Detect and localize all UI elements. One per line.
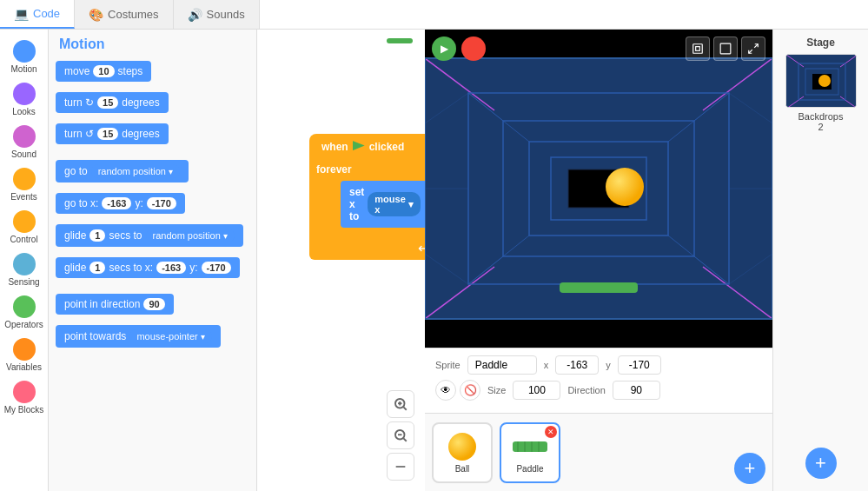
svg-point-40 (448, 433, 476, 461)
script-area[interactable]: when clicked forever set x to mouse x (257, 30, 425, 491)
sidebar-item-control[interactable]: Control (2, 207, 47, 248)
size-input[interactable] (513, 381, 560, 400)
svg-line-39 (749, 50, 752, 53)
looks-circle (13, 83, 36, 105)
stage-panel-title: Stage (806, 36, 835, 49)
sensing-label: Sensing (8, 277, 39, 287)
turn-right-block[interactable]: turn ↻ 15 degrees (56, 92, 169, 113)
hide-button[interactable]: 🚫 (460, 380, 480, 401)
point-towards-block[interactable]: point towards mouse-pointer (56, 325, 221, 348)
categories-sidebar: Motion Looks Sound Events Control Sensin… (0, 30, 49, 491)
scroll-indicator (387, 38, 413, 43)
direction-input[interactable] (613, 381, 660, 400)
sprite-paddle[interactable]: ✕ Paddle (500, 422, 560, 483)
glide-dropdown-block[interactable]: glide 1 secs to random position (56, 224, 243, 247)
sidebar-item-sound[interactable]: Sound (2, 122, 47, 163)
sprite-name-input[interactable] (467, 355, 537, 375)
y-label: y (606, 360, 611, 370)
sidebar-item-motion[interactable]: Motion (2, 36, 47, 77)
smaller-stage-button[interactable] (686, 36, 710, 61)
point-direction-block[interactable]: point in direction 90 (56, 294, 174, 315)
flag-icon (353, 141, 365, 153)
control-circle (13, 210, 36, 233)
events-circle (13, 168, 36, 190)
tab-sounds-label: Sounds (207, 8, 245, 21)
sprite-vis-row: 👁 🚫 Size Direction (435, 380, 762, 401)
size-label: Size (487, 385, 506, 395)
when-clicked-block[interactable]: when clicked (309, 134, 425, 160)
backdrops-info: Backdrops 2 (798, 111, 844, 132)
x-value-input[interactable] (555, 355, 599, 375)
tab-sounds[interactable]: 🔊 Sounds (174, 0, 260, 29)
zoom-in-button[interactable] (387, 390, 414, 418)
add-sprite-button[interactable]: + (734, 453, 765, 484)
sounds-icon: 🔊 (188, 8, 202, 22)
sidebar-item-operators[interactable]: Operators (2, 292, 47, 333)
zoom-controls (387, 390, 414, 481)
sidebar-item-myblocks[interactable]: My Blocks (2, 377, 47, 418)
green-flag-button[interactable]: ▶ (432, 36, 456, 61)
looks-label: Looks (12, 107, 36, 116)
larger-stage-button[interactable] (713, 36, 738, 61)
delete-sprite-button[interactable]: ✕ (545, 426, 557, 438)
set-x-block[interactable]: set x to mouse x (341, 181, 425, 228)
y-value-input[interactable] (618, 355, 661, 375)
glide-dropdown[interactable]: random position (146, 229, 235, 242)
costumes-icon: 🎨 (89, 8, 103, 22)
zoom-fit-button[interactable] (387, 453, 414, 481)
stage-thumb-image (786, 55, 857, 108)
script-blocks: when clicked forever set x to mouse x (309, 134, 425, 260)
blocks-panel: Motion move 10 steps turn ↻ 15 degrees t… (49, 30, 257, 491)
sensing-circle (13, 253, 36, 275)
sidebar-item-looks[interactable]: Looks (2, 79, 47, 120)
sidebar-item-variables[interactable]: Variables (2, 335, 47, 375)
panel-title: Motion (56, 36, 249, 52)
forever-inner: set x to mouse x (334, 181, 425, 228)
glide-xy-block[interactable]: glide 1 secs to x: -163 y: -170 (56, 257, 240, 278)
right-panel: ▶ (425, 30, 772, 491)
tab-costumes-label: Costumes (108, 8, 159, 21)
stop-button[interactable] (461, 36, 486, 61)
forever-bottom: ↩ (309, 236, 425, 260)
svg-rect-37 (720, 43, 731, 54)
stage-panel: Stage Backdrops 2 + (772, 30, 868, 491)
svg-rect-34 (560, 282, 638, 293)
towards-dropdown[interactable]: mouse-pointer (129, 329, 211, 343)
tab-code[interactable]: 💻 Code (0, 0, 75, 29)
operators-circle (13, 295, 36, 318)
add-backdrop-button[interactable]: + (805, 448, 837, 479)
sprite-ball[interactable]: Ball (432, 422, 493, 483)
sprite-info-row: Sprite x y (435, 355, 762, 375)
forever-block[interactable]: forever set x to mouse x (309, 160, 425, 236)
loop-arrow-icon: ↩ (418, 240, 425, 256)
main-content: Motion Looks Sound Events Control Sensin… (0, 30, 868, 491)
motion-circle (13, 40, 36, 63)
svg-line-38 (754, 44, 758, 48)
stage-view-controls (686, 36, 765, 61)
sound-circle (13, 125, 36, 148)
sidebar-item-events[interactable]: Events (2, 164, 47, 205)
paddle-label: Paddle (516, 464, 543, 474)
tab-costumes[interactable]: 🎨 Costumes (75, 0, 174, 29)
goto-block[interactable]: go to random position (56, 160, 189, 182)
control-label: Control (10, 235, 37, 244)
show-button[interactable]: 👁 (435, 380, 456, 401)
svg-point-54 (818, 75, 831, 87)
turn-left-block[interactable]: turn ↺ 15 degrees (56, 123, 169, 144)
move-block[interactable]: move 10 steps (56, 61, 151, 82)
visibility-controls: 👁 🚫 (435, 380, 480, 401)
stage-thumbnail[interactable] (785, 54, 857, 108)
svg-line-6 (403, 438, 406, 441)
zoom-out-button[interactable] (387, 421, 414, 449)
operators-label: Operators (4, 320, 43, 329)
mouse-x-dropdown[interactable]: mouse x (368, 192, 420, 216)
sidebar-item-sensing[interactable]: Sensing (2, 249, 47, 290)
events-label: Events (10, 192, 37, 202)
variables-circle (13, 338, 36, 361)
fullscreen-button[interactable] (741, 36, 765, 61)
stage: ▶ (425, 30, 772, 348)
motion-label: Motion (10, 64, 36, 74)
ball-sprite-img (447, 431, 478, 462)
goto-xy-block[interactable]: go to x: -163 y: -170 (56, 193, 185, 214)
goto-dropdown[interactable]: random position (91, 164, 180, 178)
